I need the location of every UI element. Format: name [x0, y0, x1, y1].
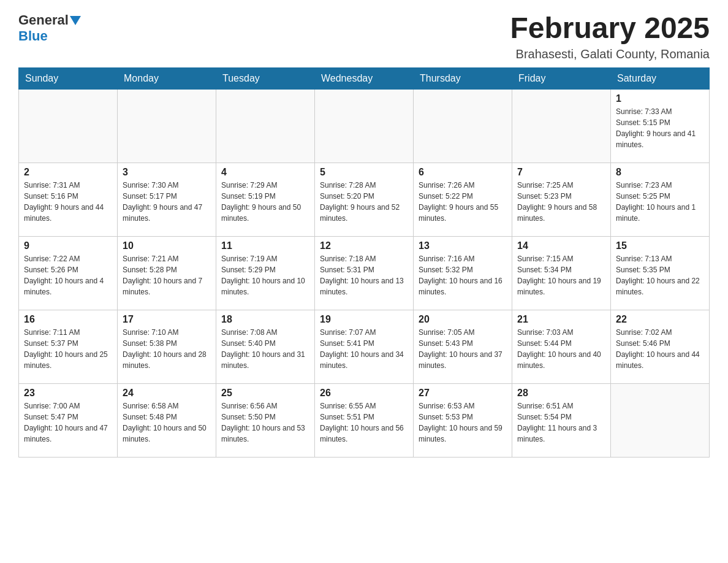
calendar-cell: 19Sunrise: 7:07 AMSunset: 5:41 PMDayligh… — [315, 310, 414, 383]
calendar-cell: 14Sunrise: 7:15 AMSunset: 5:34 PMDayligh… — [512, 236, 611, 310]
day-number: 13 — [419, 240, 507, 251]
calendar-cell: 24Sunrise: 6:58 AMSunset: 5:48 PMDayligh… — [118, 383, 216, 457]
day-info: Sunrise: 6:56 AMSunset: 5:50 PMDaylight:… — [221, 400, 309, 445]
calendar-cell: 20Sunrise: 7:05 AMSunset: 5:43 PMDayligh… — [414, 310, 512, 383]
day-number: 12 — [320, 240, 408, 251]
day-info: Sunrise: 7:29 AMSunset: 5:19 PMDaylight:… — [221, 180, 309, 224]
day-number: 2 — [24, 167, 112, 178]
day-number: 25 — [221, 388, 309, 399]
day-info: Sunrise: 6:55 AMSunset: 5:51 PMDaylight:… — [320, 400, 408, 445]
day-info: Sunrise: 7:16 AMSunset: 5:32 PMDaylight:… — [419, 253, 507, 297]
day-number: 5 — [320, 167, 408, 178]
calendar-cell: 26Sunrise: 6:55 AMSunset: 5:51 PMDayligh… — [315, 383, 414, 457]
calendar-cell — [512, 89, 611, 163]
calendar-cell: 21Sunrise: 7:03 AMSunset: 5:44 PMDayligh… — [512, 310, 611, 383]
day-info: Sunrise: 7:08 AMSunset: 5:40 PMDaylight:… — [221, 327, 309, 371]
calendar-cell — [19, 89, 118, 163]
day-number: 3 — [123, 167, 211, 178]
calendar-cell: 12Sunrise: 7:18 AMSunset: 5:31 PMDayligh… — [315, 236, 414, 310]
day-number: 18 — [221, 314, 309, 325]
calendar-cell: 4Sunrise: 7:29 AMSunset: 5:19 PMDaylight… — [216, 163, 315, 236]
day-number: 24 — [123, 388, 211, 399]
day-info: Sunrise: 7:05 AMSunset: 5:43 PMDaylight:… — [419, 327, 507, 371]
calendar-cell: 1Sunrise: 7:33 AMSunset: 5:15 PMDaylight… — [611, 89, 710, 163]
day-info: Sunrise: 6:53 AMSunset: 5:53 PMDaylight:… — [419, 400, 507, 445]
day-info: Sunrise: 7:10 AMSunset: 5:38 PMDaylight:… — [123, 327, 211, 371]
calendar-cell: 11Sunrise: 7:19 AMSunset: 5:29 PMDayligh… — [216, 236, 315, 310]
calendar-cell — [414, 89, 512, 163]
day-number: 19 — [320, 314, 408, 325]
day-info: Sunrise: 7:11 AMSunset: 5:37 PMDaylight:… — [24, 327, 112, 371]
calendar-cell: 6Sunrise: 7:26 AMSunset: 5:22 PMDaylight… — [414, 163, 512, 236]
day-number: 21 — [517, 314, 605, 325]
logo: General Blue — [18, 12, 81, 44]
calendar-header-row: SundayMondayTuesdayWednesdayThursdayFrid… — [19, 67, 710, 89]
calendar-cell: 18Sunrise: 7:08 AMSunset: 5:40 PMDayligh… — [216, 310, 315, 383]
day-number: 28 — [517, 388, 605, 399]
calendar-cell: 17Sunrise: 7:10 AMSunset: 5:38 PMDayligh… — [118, 310, 216, 383]
calendar-cell — [611, 383, 710, 457]
day-number: 6 — [419, 167, 507, 178]
logo-triangle-icon — [70, 16, 81, 25]
page-header: General Blue February 2025 Brahasesti, G… — [18, 12, 710, 61]
day-number: 26 — [320, 388, 408, 399]
day-number: 27 — [419, 388, 507, 399]
logo-blue: Blue — [18, 28, 48, 44]
day-info: Sunrise: 7:23 AMSunset: 5:25 PMDaylight:… — [616, 180, 704, 224]
weekday-header-monday: Monday — [118, 67, 216, 89]
day-info: Sunrise: 7:03 AMSunset: 5:44 PMDaylight:… — [517, 327, 605, 371]
day-info: Sunrise: 7:26 AMSunset: 5:22 PMDaylight:… — [419, 180, 507, 224]
day-number: 1 — [616, 93, 704, 104]
calendar-cell: 7Sunrise: 7:25 AMSunset: 5:23 PMDaylight… — [512, 163, 611, 236]
day-info: Sunrise: 7:07 AMSunset: 5:41 PMDaylight:… — [320, 327, 408, 371]
calendar-cell: 5Sunrise: 7:28 AMSunset: 5:20 PMDaylight… — [315, 163, 414, 236]
month-title: February 2025 — [510, 12, 710, 45]
day-info: Sunrise: 6:58 AMSunset: 5:48 PMDaylight:… — [123, 400, 211, 445]
calendar-week-5: 23Sunrise: 7:00 AMSunset: 5:47 PMDayligh… — [19, 383, 710, 457]
day-info: Sunrise: 7:15 AMSunset: 5:34 PMDaylight:… — [517, 253, 605, 297]
day-number: 11 — [221, 240, 309, 251]
day-info: Sunrise: 6:51 AMSunset: 5:54 PMDaylight:… — [517, 400, 605, 445]
calendar-cell: 25Sunrise: 6:56 AMSunset: 5:50 PMDayligh… — [216, 383, 315, 457]
logo-general: General — [18, 12, 69, 28]
calendar-cell: 3Sunrise: 7:30 AMSunset: 5:17 PMDaylight… — [118, 163, 216, 236]
weekday-header-saturday: Saturday — [611, 67, 710, 89]
day-number: 9 — [24, 240, 112, 251]
weekday-header-thursday: Thursday — [414, 67, 512, 89]
day-info: Sunrise: 7:30 AMSunset: 5:17 PMDaylight:… — [123, 180, 211, 224]
day-number: 10 — [123, 240, 211, 251]
weekday-header-sunday: Sunday — [19, 67, 118, 89]
day-number: 8 — [616, 167, 704, 178]
day-number: 23 — [24, 388, 112, 399]
day-info: Sunrise: 7:31 AMSunset: 5:16 PMDaylight:… — [24, 180, 112, 224]
day-number: 14 — [517, 240, 605, 251]
day-info: Sunrise: 7:25 AMSunset: 5:23 PMDaylight:… — [517, 180, 605, 224]
day-number: 20 — [419, 314, 507, 325]
day-info: Sunrise: 7:02 AMSunset: 5:46 PMDaylight:… — [616, 327, 704, 371]
title-block: February 2025 Brahasesti, Galati County,… — [510, 12, 710, 61]
calendar-week-2: 2Sunrise: 7:31 AMSunset: 5:16 PMDaylight… — [19, 163, 710, 236]
location-title: Brahasesti, Galati County, Romania — [510, 47, 710, 61]
day-info: Sunrise: 7:22 AMSunset: 5:26 PMDaylight:… — [24, 253, 112, 297]
calendar-cell — [216, 89, 315, 163]
calendar-cell: 13Sunrise: 7:16 AMSunset: 5:32 PMDayligh… — [414, 236, 512, 310]
calendar-week-4: 16Sunrise: 7:11 AMSunset: 5:37 PMDayligh… — [19, 310, 710, 383]
day-info: Sunrise: 7:21 AMSunset: 5:28 PMDaylight:… — [123, 253, 211, 297]
day-info: Sunrise: 7:19 AMSunset: 5:29 PMDaylight:… — [221, 253, 309, 297]
calendar-cell: 28Sunrise: 6:51 AMSunset: 5:54 PMDayligh… — [512, 383, 611, 457]
calendar-cell: 2Sunrise: 7:31 AMSunset: 5:16 PMDaylight… — [19, 163, 118, 236]
calendar-week-1: 1Sunrise: 7:33 AMSunset: 5:15 PMDaylight… — [19, 89, 710, 163]
day-number: 16 — [24, 314, 112, 325]
day-info: Sunrise: 7:28 AMSunset: 5:20 PMDaylight:… — [320, 180, 408, 224]
day-info: Sunrise: 7:13 AMSunset: 5:35 PMDaylight:… — [616, 253, 704, 297]
calendar-cell: 23Sunrise: 7:00 AMSunset: 5:47 PMDayligh… — [19, 383, 118, 457]
calendar-table: SundayMondayTuesdayWednesdayThursdayFrid… — [18, 67, 710, 458]
day-number: 4 — [221, 167, 309, 178]
calendar-cell: 16Sunrise: 7:11 AMSunset: 5:37 PMDayligh… — [19, 310, 118, 383]
calendar-cell: 27Sunrise: 6:53 AMSunset: 5:53 PMDayligh… — [414, 383, 512, 457]
calendar-cell: 8Sunrise: 7:23 AMSunset: 5:25 PMDaylight… — [611, 163, 710, 236]
calendar-cell: 9Sunrise: 7:22 AMSunset: 5:26 PMDaylight… — [19, 236, 118, 310]
weekday-header-friday: Friday — [512, 67, 611, 89]
weekday-header-wednesday: Wednesday — [315, 67, 414, 89]
calendar-cell: 22Sunrise: 7:02 AMSunset: 5:46 PMDayligh… — [611, 310, 710, 383]
